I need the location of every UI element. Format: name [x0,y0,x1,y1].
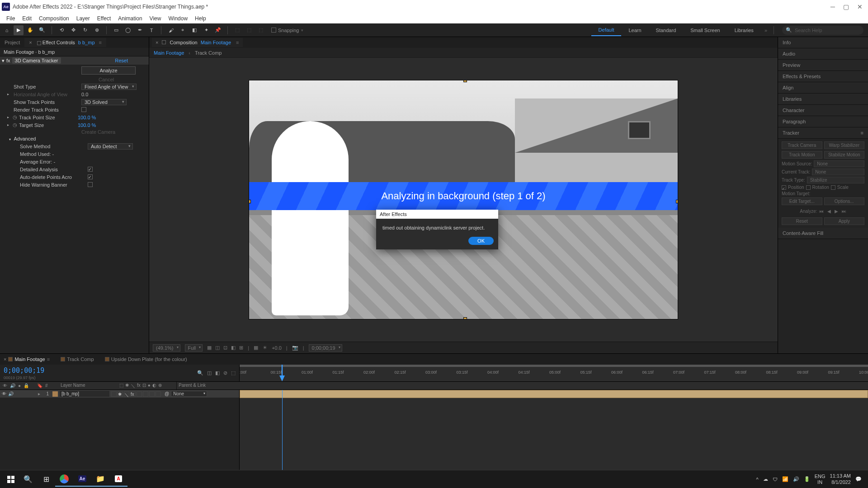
menu-animation[interactable]: Animation [114,14,146,23]
solo-toggle-icon[interactable]: ● [18,383,21,388]
snapping-checkbox[interactable] [271,28,276,33]
channel-icon[interactable]: ◧ [231,345,236,351]
layer-collapse-switch[interactable]: ✱ [118,391,123,397]
menu-window[interactable]: Window [165,14,191,23]
graph-editor-icon[interactable]: ⬚ [231,370,236,376]
track-camera-button[interactable]: Track Camera [782,141,822,149]
track-point-size-twirl-icon[interactable]: ▸ [7,115,9,119]
tray-volume-icon[interactable]: 🔊 [793,476,799,482]
menu-help[interactable]: Help [191,14,210,23]
detailed-analysis-checkbox[interactable] [88,167,93,172]
layer-twirl-icon[interactable]: ▸ [36,391,42,396]
shy-icon[interactable]: ⊘ [223,370,227,376]
composition-viewer[interactable]: Analyzing in background (step 1 of 2) [149,58,778,342]
snapshot-icon[interactable]: 📷 [292,345,298,351]
stabilize-motion-button[interactable]: Stabilize Motion [824,151,865,159]
timeline-tab-main[interactable]: ×Main Footage≡ [4,357,50,362]
analyze-button[interactable]: Analyze [81,66,136,75]
zoom-dropdown[interactable]: (49.1%) [153,344,180,352]
layer-video-toggle[interactable]: 👁 [2,391,7,397]
show-track-points-dropdown[interactable]: 3D Solved [81,99,127,105]
effects-presets-panel-header[interactable]: Effects & Presets [778,71,868,82]
dialog-ok-button[interactable]: OK [468,237,494,245]
menu-composition[interactable]: Composition [35,14,73,23]
zoom-tool[interactable]: 🔍 [37,25,47,35]
project-tab[interactable]: Project [0,38,24,47]
render-track-points-checkbox[interactable] [81,107,86,112]
libraries-panel-header[interactable]: Libraries [778,94,868,105]
paragraph-panel-header[interactable]: Paragraph [778,116,868,127]
menu-file[interactable]: File [3,14,19,23]
menu-view[interactable]: View [146,14,165,23]
layer-3d-switch[interactable] [156,391,161,397]
layer-quality-switch[interactable]: ＼ [124,391,129,397]
position-checkbox[interactable] [782,185,786,190]
stopwatch-icon[interactable]: ◷ [13,122,17,128]
audio-toggle-icon[interactable]: 🔊 [10,383,15,388]
lock-tab-icon[interactable] [37,41,41,45]
grid-icon[interactable]: ▦ [254,345,258,351]
preview-time-display[interactable]: 0;00;00;19 [309,344,342,352]
layer-name[interactable]: [b b_mp] [60,391,109,397]
snapping-toggle[interactable]: Snapping ▾ [268,28,307,33]
comp-mini-flowchart-icon[interactable]: ◫ [207,370,212,376]
fx-toggle-icon[interactable]: fx [6,58,10,63]
preview-panel-header[interactable]: Preview [778,60,868,71]
effect-twirl-icon[interactable]: ▾ [2,58,5,64]
layer-color-label[interactable] [52,391,58,397]
timeline-tab-track[interactable]: Track Comp [61,357,94,362]
menu-edit[interactable]: Edit [19,14,35,23]
menu-layer[interactable]: Layer [73,14,94,23]
tray-security-icon[interactable]: 🛡 [773,477,778,482]
orbit-tool[interactable]: ⟲ [57,25,66,35]
workspace-learn[interactable]: Learn [621,25,648,36]
warp-stabilizer-button[interactable]: Warp Stabilizer [824,141,865,149]
panel-menu-icon[interactable]: ≡ [861,130,863,136]
roto-tool[interactable]: ✦ [201,25,211,35]
layer-audio-toggle[interactable]: 🔊 [8,391,14,397]
menu-effect[interactable]: Effect [94,14,114,23]
workspace-libraries[interactable]: Libraries [727,25,761,36]
audio-panel-header[interactable]: Audio [778,48,868,60]
effect-controls-tab[interactable]: × Effect Controls b b_mp ≡ [24,38,106,47]
advanced-twirl-icon[interactable]: ▾ [9,137,11,141]
flowchart-crumb-2[interactable]: Track Comp [195,50,222,56]
axis-view-icon[interactable]: ⬚ [256,25,266,35]
brush-tool[interactable]: 🖌 [166,25,176,35]
axis-world-icon[interactable]: ⬚ [244,25,254,35]
pickwhip-icon[interactable]: @ [165,391,169,396]
clone-tool[interactable]: ⌖ [178,25,188,35]
close-tab-icon[interactable]: × [156,40,158,45]
taskbar-explorer-icon[interactable]: 📁 [91,472,109,487]
lock-toggle-icon[interactable]: 🔒 [24,383,29,388]
layer-fx-switch[interactable]: fx [130,391,136,397]
region-icon[interactable]: ⊡ [223,345,227,351]
tray-clock[interactable]: 11:13 AM 8/1/2022 [830,473,851,485]
shot-type-dropdown[interactable]: Fixed Angle of View [81,84,137,90]
composition-canvas[interactable]: Analyzing in background (step 1 of 2) [249,80,678,319]
selection-tool[interactable]: ▶ [14,25,24,35]
current-time[interactable]: 0;00;00;19 [4,366,44,375]
layer-shy-switch[interactable] [111,391,117,397]
tray-lang2[interactable]: IN [815,479,826,485]
minimize-button[interactable]: ─ [830,3,835,10]
workspace-standard[interactable]: Standard [649,25,684,36]
home-tool[interactable]: ⌂ [2,25,12,35]
panel-menu-icon[interactable]: ≡ [236,40,239,45]
lock-tab-icon[interactable] [162,40,166,44]
character-panel-header[interactable]: Character [778,105,868,116]
draft-3d-icon[interactable]: ◧ [215,370,220,376]
layer-row-1[interactable]: 👁 🔊 ▸ 1 [b b_mp] ✱ ＼ fx [0,390,239,398]
taskbar-search-icon[interactable]: 🔍 [19,472,37,487]
layer-frame-blend-switch[interactable] [137,391,142,397]
layer-duration-bar[interactable] [240,390,868,398]
solve-method-dropdown[interactable]: Auto Detect [88,143,133,150]
layer-adjustment-switch[interactable] [149,391,155,397]
track-point-size-value[interactable]: 100.0 % [78,115,96,120]
axis-local-icon[interactable]: ⬚ [232,25,242,35]
target-size-value[interactable]: 100.0 % [78,122,96,128]
hand-tool[interactable]: ✋ [25,25,35,35]
tray-battery-icon[interactable]: 🔋 [804,476,810,482]
align-panel-header[interactable]: Align [778,82,868,94]
search-help-input[interactable]: 🔍 Search Help [782,26,863,35]
